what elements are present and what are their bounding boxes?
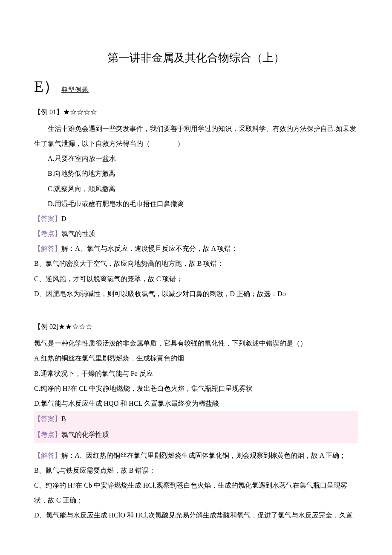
example-01-point: 【考点】氯气的性质 (34, 226, 358, 241)
example-02-solve-a: 【解答】解：A、因红热的铜丝在氯气里剧烈燃烧生成固体氯化铜，则会观察到棕黄色的烟… (34, 448, 358, 463)
point-tag: 【考点】 (34, 431, 61, 438)
star-rating: ★☆☆☆☆ (63, 108, 97, 116)
example-02-answer: 【答案】B (34, 411, 358, 427)
example-02-solve-c-line2: 状，故 C 正确； (34, 493, 358, 508)
solve-post: 、因红热的铜丝在氯气里剧烈燃烧生成固体氯化铜，则会观察到棕黄色的烟，故 A 正确… (79, 452, 346, 459)
answer-value: D (61, 215, 66, 222)
example-01-answer: 【答案】D (34, 211, 358, 226)
example-01-option-a: A.只要在室内放一盆水 (48, 151, 358, 166)
example-02-solve-c-line1: C、纯净的 H?在 Cb 中安静燃烧生成 HCl,观察到苍白色火焰，生成的氯化氢… (34, 478, 358, 493)
example-01-option-b: B.向地势低的地方撤离 (48, 166, 358, 181)
section-header: E） 典型例题 (34, 79, 358, 97)
example-02-option-d: D.氯气能与水反应生成 HQO 和 HCL 久置氯水最终变为稀盐酸 (34, 396, 358, 411)
answer-tag: 【答案】 (34, 415, 61, 422)
example-01-stem-line2: 生了氯气泄漏，以下自救方法得当的（ ） (34, 136, 358, 151)
solve-pre: 解： (61, 452, 75, 459)
example-02-solve-d: D、氯气能与水反应生成 HClO 和 HCl,次氯酸见光易分解生成盐酸和氧气，促… (34, 508, 358, 523)
solve-tag: 【解答】 (34, 245, 61, 252)
answer-value: B (61, 415, 66, 422)
example-01-solve-d: D、因肥皂水为弱碱性，则可以吸收氯气，以减少对口鼻的刺激，D 正确；故选：Do (34, 286, 358, 301)
answer-tag: 【答案】 (34, 215, 61, 222)
solve-a-italic: A (75, 452, 79, 459)
example-01-solve-b: B、氯气的密度大于空气，故应向地势高的地方跑，故 B 项错； (34, 256, 358, 271)
point-value: 氯气的性质 (61, 230, 95, 237)
example-label: 【例 01】 (34, 108, 63, 116)
point-tag: 【考点】 (34, 230, 61, 237)
section-label: 典型例题 (61, 83, 89, 97)
example-02-solve-b: B、鼠气与铁反应需要点燃，故 B 错误； (34, 463, 358, 478)
example-01-stem-line1: 生活中难免会遇到一些突发事件，我们要善于利用学过的知识，采取科学、有效的方法保护… (34, 121, 358, 136)
example-01-solve-c: C、逆风跑，才可以脱离氯气的笼罩，故 C 项错； (34, 271, 358, 286)
example-02-option-c: C.纯净的 H?在 CL 中安静地燃烧，发出苍白色火焰，集气瓶瓶口呈现雾状 (34, 381, 358, 396)
page-title: 第一讲非金属及其化合物综合（上） (34, 46, 358, 70)
example-02-point: 【考点】氯气的化学性质 (34, 427, 358, 442)
example-01-option-c: C.观察风向，顺风撤离 (48, 181, 358, 196)
example-01-solve-a: 【解答】解：A、氯气与水反应，速度慢且反应不充分，故 A 项错； (34, 241, 358, 256)
example-01-option-d: D.用湿毛巾或蘸有肥皂水的毛巾捂住口鼻撤离 (48, 196, 358, 211)
section-marker: E） (34, 79, 59, 94)
example-02-header: 【例 02]★★☆☆☆ (34, 319, 358, 334)
example-02-stem: 氯气是一种化学性质很活泼的非金属单质，它具有较强的氧化性，下列叙述中错误的是（） (34, 336, 358, 351)
solve-tag: 【解答】 (34, 452, 61, 459)
example-01-header: 【例 01】★☆☆☆☆ (34, 105, 358, 119)
example-02-option-b: B.通常状况下，干燥的氯气能与 Fe 反应 (34, 366, 358, 381)
solve-text: 解：A、氯气与水反应，速度慢且反应不充分，故 A 项错； (61, 245, 238, 252)
example-label: 【例 02] (34, 323, 58, 330)
example-02-option-a: A.红热的铜丝在氯气里剧烈燃烧，生成棕黄色的烟 (34, 351, 358, 366)
star-rating: ★★☆☆☆ (58, 323, 92, 330)
point-value: 氯气的化学性质 (61, 431, 109, 438)
